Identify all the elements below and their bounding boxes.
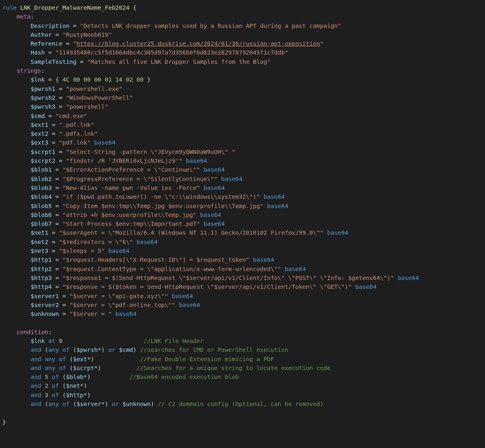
equals: = (80, 59, 84, 65)
str-val-net3: "$sleeps = 5" (59, 248, 105, 254)
modifier-base64: base64 (115, 311, 136, 317)
equals: = (59, 158, 63, 164)
equals: = (52, 239, 55, 245)
modifier-base64: base64 (267, 203, 288, 209)
meta-val-description: "Detects LNK dropper samples used by a R… (80, 23, 341, 29)
modifier-base64: base64 (204, 185, 225, 191)
cond-of: of (52, 392, 59, 398)
str-val-scrpt2: "findstr /R 'JVBERi0xLjcNJeLjz9'" (66, 158, 182, 164)
cond-and: and (31, 347, 41, 353)
cond-and: and (31, 383, 41, 389)
cond-any: any (48, 401, 59, 407)
equals: = (55, 166, 59, 173)
str-val-net2: "$redirectors = \"6\" (59, 239, 133, 245)
equals: = (55, 203, 59, 209)
hex-close: } (143, 76, 150, 83)
equals: = (55, 185, 59, 191)
equals: = (52, 130, 55, 137)
equals: = (52, 139, 55, 146)
cond-and: and (31, 374, 41, 380)
section-strings: strings (17, 67, 41, 74)
str-id-blob7: $blob7 (31, 221, 52, 227)
modifier-base64: base64 (204, 166, 225, 173)
str-val-pwrsh1: "powershell.exe" (66, 86, 122, 92)
modifier-base64: base64 (253, 257, 274, 263)
equals: = (62, 293, 66, 299)
equals: = (59, 95, 63, 101)
str-id-cmd: $cmd (31, 113, 45, 119)
str-val-blob1: "$ErrorActionPreference = \"Continue\"" (62, 166, 200, 173)
str-id-blob3: $blob3 (31, 185, 52, 191)
cond-comment-2: //searches for CMD or PowerShell executi… (140, 347, 289, 353)
str-id-unknown: $unknown (31, 311, 59, 317)
cond-scrpt: $scrpt* (73, 365, 98, 371)
equals: = (52, 122, 55, 128)
modifier-base64: base64 (264, 194, 285, 200)
cond-net: $net* (66, 383, 84, 389)
modifier-base64: base64 (285, 266, 306, 272)
str-id-net2: $net2 (31, 239, 48, 245)
meta-val-sampletesting: "Matches all five LNK Dropper Samples fr… (87, 59, 271, 65)
equals: = (62, 311, 66, 317)
cond-ext: $ext* (73, 356, 91, 362)
modifier-base64: base64 (137, 239, 158, 245)
cond-two: 2 (45, 383, 48, 389)
equals: = (59, 86, 63, 92)
str-id-blob2: $blob2 (31, 176, 52, 182)
str-id-pwrsh3: $pwrsh3 (31, 103, 55, 110)
meta-val-author: "RustyNoob619" (62, 32, 112, 38)
str-val-blob5: "Copy-Item $env:tmp\\Temp.jpg $env:userp… (62, 203, 264, 209)
equals: = (55, 194, 59, 200)
equals: = (55, 32, 59, 38)
str-id-server2: $server2 (31, 302, 59, 308)
str-id-http3: $http3 (31, 275, 52, 281)
cond-of: of (59, 365, 66, 371)
cond-and: and (31, 365, 41, 371)
cond-blob: $blob* (66, 374, 87, 380)
equals: = (59, 149, 63, 155)
cond-pwrsh: $pwrsh* (76, 347, 101, 353)
str-val-blob2: "$ProgressPreference = \"SilentlyContinu… (62, 176, 217, 182)
cond-http: $http* (66, 392, 87, 398)
str-val-http2: "$request.ContentType = \"application/x-… (62, 266, 281, 272)
str-id-net1: $net1 (31, 229, 48, 236)
equals: = (52, 229, 55, 236)
cond-comment-6: // C2 dommain config (Optional, can be r… (158, 401, 323, 407)
cond-lnk: $lnk (31, 338, 45, 344)
cond-comment-3: //Fake Double Extension mimicing a PDF (140, 356, 274, 362)
equals: = (55, 284, 59, 290)
colon: : (48, 329, 52, 335)
modifier-base64: base64 (327, 229, 348, 236)
str-val-http3: "$response1 = $(Send-HttpRequest \"$serv… (62, 275, 394, 281)
cond-of: of (62, 401, 69, 407)
modifier-base64: base64 (172, 293, 193, 299)
str-id-scrpt1: $scrpt1 (31, 149, 55, 155)
reference-url[interactable]: https://blog.cluster25.duskrise.com/2024… (76, 40, 320, 47)
str-val-blob3: "New-Alias -name pwn -Value iex -Force" (62, 185, 200, 191)
modifier-base64: base64 (200, 212, 221, 218)
modifier-base64: base64 (108, 248, 129, 254)
equals: = (62, 302, 66, 308)
cond-or: or (112, 401, 119, 407)
str-val-ext2: ".pdfx.lnk" (59, 130, 98, 137)
cond-of: of (59, 356, 66, 362)
str-id-pwrsh2: $pwrsh2 (31, 95, 55, 101)
str-id-http4: $http4 (31, 284, 52, 290)
str-id-pwrsh1: $pwrsh1 (31, 86, 55, 92)
meta-key-hash: Hash (31, 49, 45, 56)
str-id-ext1: $ext1 (31, 122, 48, 128)
str-id-lnk: $lnk (31, 76, 45, 83)
close-brace: } (2, 419, 6, 425)
str-val-blob7: "Start-Process $env:tmp\\Important.pdf" (62, 221, 200, 227)
cond-of: of (62, 347, 69, 353)
equals: = (55, 266, 59, 272)
meta-key-description: Description (31, 23, 70, 29)
modifier-base64: base64 (204, 221, 225, 227)
str-id-scrpt2: $scrpt2 (31, 158, 55, 164)
equals: = (55, 212, 59, 218)
cond-any: any (48, 347, 59, 353)
meta-key-author: Author (31, 32, 52, 38)
cond-at: at (48, 338, 55, 344)
cond-or: or (108, 347, 115, 353)
str-val-unknown: "$server = " (70, 311, 112, 317)
